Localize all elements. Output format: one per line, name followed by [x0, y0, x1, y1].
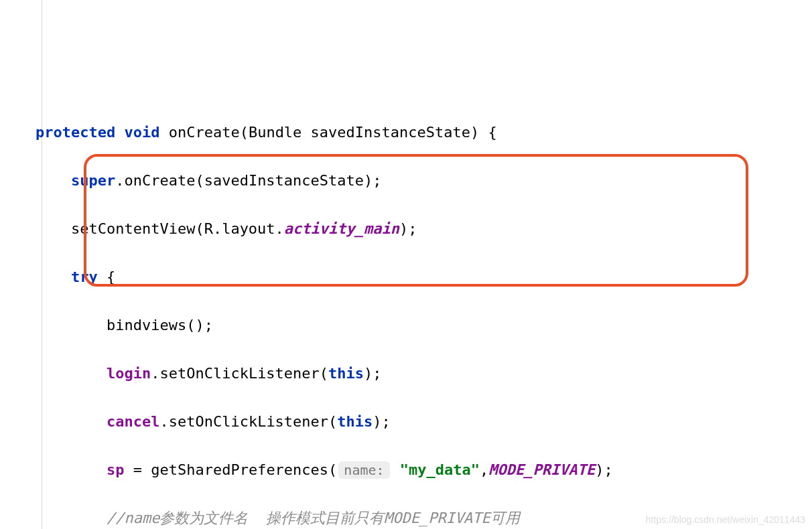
- code-line: setContentView(R.layout.activity_main);: [0, 217, 812, 241]
- code-line: try {: [0, 265, 812, 289]
- code-editor[interactable]: protected void onCreate(Bundle savedInst…: [0, 0, 812, 529]
- field-sp: sp: [107, 461, 125, 478]
- keyword-try: try: [71, 269, 98, 285]
- code-line: cancel.setOnClickListener(this);: [0, 410, 812, 434]
- keyword-protected: protected: [36, 124, 115, 141]
- method-signature: onCreate(Bundle savedInstanceState) {: [169, 124, 497, 141]
- code-line: super.onCreate(savedInstanceState);: [0, 169, 812, 193]
- gutter: [0, 0, 27, 529]
- string-literal: "my_data": [400, 461, 480, 478]
- code-line: sp = getSharedPreferences(name: "my_data…: [0, 458, 812, 482]
- field-cancel: cancel: [107, 413, 159, 430]
- comment: //name参数为文件名 操作模式目前只有MODE_PRIVATE可用: [107, 510, 520, 526]
- code-line: bindviews();: [0, 313, 812, 337]
- const-mode-private: MODE_PRIVATE: [488, 461, 595, 478]
- code-line: protected void onCreate(Bundle savedInst…: [0, 121, 812, 145]
- param-hint-name: name:: [338, 461, 389, 479]
- field-login: login: [107, 365, 151, 382]
- layout-ref: activity_main: [284, 220, 399, 237]
- keyword-void: void: [124, 124, 159, 141]
- code-line: login.setOnClickListener(this);: [0, 362, 812, 386]
- keyword-super: super: [71, 172, 115, 189]
- watermark: https://blog.csdn.net/weixin_42011443: [646, 514, 805, 525]
